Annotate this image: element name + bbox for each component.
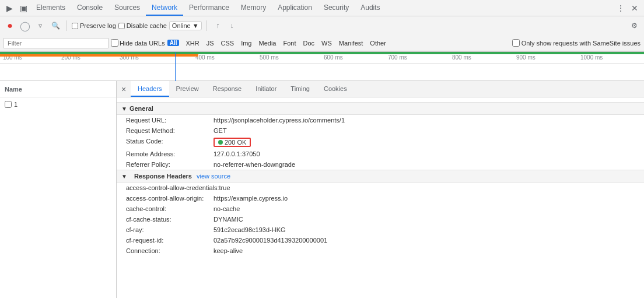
status-code-row: Status Code: 200 OK: [117, 136, 644, 149]
header-row-cache-control: cache-control: no-cache: [117, 204, 644, 214]
filter-img[interactable]: Img: [238, 39, 254, 47]
remote-address-label: Remote Address:: [126, 150, 214, 157]
name-column-header: Name: [0, 81, 116, 97]
referrer-policy-label: Referrer Policy:: [126, 161, 214, 168]
tab-initiator[interactable]: Initiator: [249, 81, 284, 97]
referrer-policy-value: no-referrer-when-downgrade: [214, 161, 295, 168]
status-ok-dot: [218, 140, 223, 145]
throttle-select[interactable]: Online ▼: [169, 21, 202, 30]
response-headers-title: Response Headers: [134, 173, 192, 180]
export-button[interactable]: ↓: [226, 19, 239, 32]
import-export-buttons: ↑ ↓: [212, 19, 239, 32]
general-arrow-icon: ▼: [121, 106, 127, 112]
more-options-icon[interactable]: ⋮: [614, 1, 628, 15]
tab-timing[interactable]: Timing: [284, 81, 317, 97]
disable-cache-label[interactable]: Disable cache: [118, 22, 167, 29]
main-tabs-bar: ▶ ▣ Elements Console Sources Network Per…: [0, 0, 644, 16]
timeline-800ms: 800 ms: [452, 54, 471, 61]
view-source-link[interactable]: view source: [197, 173, 230, 180]
header-label-cf-cache-status: cf-cache-status:: [126, 216, 214, 223]
preserve-log-checkbox[interactable]: [72, 23, 78, 29]
filter-media[interactable]: Media: [256, 39, 279, 47]
filter-toggle-button[interactable]: ▿: [34, 19, 47, 32]
detail-tabs: × Headers Preview Response Initiator Tim…: [117, 81, 644, 97]
filter-xhr[interactable]: XHR: [183, 39, 202, 47]
remote-address-row: Remote Address: 127.0.0.1:37050: [117, 149, 644, 159]
filter-input[interactable]: [4, 38, 108, 48]
tab-sources[interactable]: Sources: [108, 0, 146, 16]
close-devtools-icon[interactable]: ✕: [628, 1, 642, 15]
tab-memory[interactable]: Memory: [235, 0, 272, 16]
header-label-credentials: access-control-allow-credentials:: [126, 184, 219, 191]
filter-doc[interactable]: Doc: [300, 39, 317, 47]
tab-performance[interactable]: Performance: [183, 0, 235, 16]
header-label-cf-ray: cf-ray:: [126, 226, 214, 233]
tab-headers[interactable]: Headers: [131, 81, 169, 97]
import-button[interactable]: ↑: [212, 19, 225, 32]
header-value-credentials: true: [219, 184, 230, 191]
filter-font[interactable]: Font: [280, 39, 299, 47]
tab-console[interactable]: Console: [71, 0, 108, 16]
main-area: Name 1 × Headers Preview Response Initia…: [0, 81, 644, 298]
timeline-700ms: 700 ms: [388, 54, 407, 61]
status-code-box: 200 OK: [214, 138, 251, 147]
close-detail-button[interactable]: ×: [117, 82, 131, 96]
referrer-policy-row: Referrer Policy: no-referrer-when-downgr…: [117, 159, 644, 170]
header-label-cf-request-id: cf-request-id:: [126, 237, 214, 244]
timeline-1000ms: 1000 ms: [580, 54, 603, 61]
tab-application[interactable]: Application: [272, 0, 318, 16]
divider-2: [206, 20, 207, 31]
filter-css[interactable]: CSS: [218, 39, 237, 47]
devtools-dock-icon[interactable]: ▣: [16, 1, 30, 15]
filter-other[interactable]: Other: [367, 39, 389, 47]
response-headers-section-header[interactable]: ▼ Response Headers view source: [117, 170, 644, 183]
record-button[interactable]: ●: [4, 19, 16, 32]
general-section-header[interactable]: ▼ General: [117, 102, 644, 115]
header-value-cf-request-id: 02a57b92c90000193d41393200000001: [214, 237, 327, 244]
status-code-label: Status Code:: [126, 138, 214, 145]
tab-security[interactable]: Security: [318, 0, 355, 16]
header-value-connection: keep-alive: [214, 247, 243, 254]
response-headers-arrow-icon: ▼: [121, 173, 127, 180]
settings-icon[interactable]: ⚙: [628, 19, 640, 32]
headers-detail-content: ▼ General Request URL: https://jsonplace…: [117, 97, 644, 298]
header-row-connection: Connection: keep-alive: [117, 246, 644, 256]
filter-js[interactable]: JS: [204, 39, 217, 47]
timeline-600ms: 600 ms: [324, 54, 343, 61]
tab-elements[interactable]: Elements: [30, 0, 71, 16]
request-url-value: https://jsonplaceholder.cypress.io/comme…: [214, 117, 345, 124]
samesite-checkbox[interactable]: [512, 39, 520, 47]
tab-response[interactable]: Response: [206, 81, 249, 97]
header-value-cf-ray: 591c2ecad98c193d-HKG: [214, 226, 286, 233]
request-url-row: Request URL: https://jsonplaceholder.cyp…: [117, 115, 644, 125]
search-button[interactable]: 🔍: [49, 19, 62, 32]
item-checkbox[interactable]: [5, 101, 12, 108]
list-item[interactable]: 1: [0, 97, 116, 111]
header-value-allow-origin: https://example.cypress.io: [214, 195, 288, 202]
status-code-value: 200 OK: [214, 138, 251, 147]
timeline-900ms: 900 ms: [516, 54, 536, 61]
tab-audits[interactable]: Audits: [355, 0, 386, 16]
header-value-cf-cache-status: DYNAMIC: [214, 216, 243, 223]
requests-list-panel: Name 1: [0, 81, 117, 298]
request-method-label: Request Method:: [126, 127, 214, 134]
tab-network[interactable]: Network: [146, 0, 183, 16]
header-row-allow-origin: access-control-allow-origin: https://exa…: [117, 193, 644, 204]
request-method-row: Request Method: GET: [117, 125, 644, 136]
timeline-orange-bar: [0, 54, 198, 57]
header-row-credentials: access-control-allow-credentials: true: [117, 183, 644, 193]
filter-ws[interactable]: WS: [318, 39, 335, 47]
tab-preview[interactable]: Preview: [169, 81, 206, 97]
hide-data-urls-checkbox[interactable]: [111, 39, 118, 47]
request-detail-panel: × Headers Preview Response Initiator Tim…: [117, 81, 644, 298]
clear-button[interactable]: ◯: [19, 19, 32, 32]
header-row-cf-cache-status: cf-cache-status: DYNAMIC: [117, 214, 644, 225]
preserve-log-label[interactable]: Preserve log: [72, 22, 116, 29]
hide-data-urls-label[interactable]: Hide data URLs: [111, 39, 165, 47]
disable-cache-checkbox[interactable]: [118, 23, 125, 29]
filter-manifest[interactable]: Manifest: [336, 39, 366, 47]
tab-cookies[interactable]: Cookies: [317, 81, 354, 97]
devtools-cursor-icon[interactable]: ▶: [2, 1, 16, 15]
all-badge: All: [167, 40, 180, 46]
samesite-filter-label[interactable]: Only show requests with SameSite issues: [512, 39, 640, 47]
